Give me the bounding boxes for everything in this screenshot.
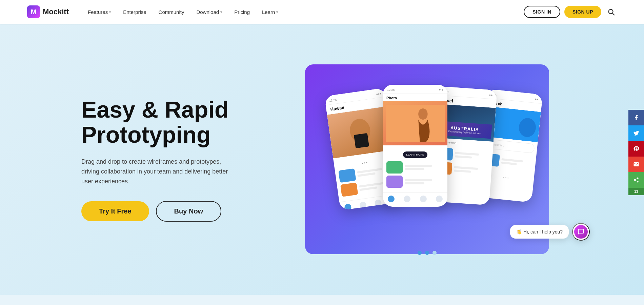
pinterest-icon	[633, 146, 639, 152]
nav-links: Features ▾ Enterprise Community Download…	[82, 6, 524, 18]
twitter-share-button[interactable]	[628, 125, 644, 141]
twitter-icon	[633, 130, 639, 136]
dot-2[interactable]	[425, 251, 429, 255]
social-sidebar: 13	[628, 110, 644, 195]
brand-name: Mockitt	[43, 7, 69, 16]
navbar: M Mockitt Features ▾ Enterprise Communit…	[0, 0, 644, 24]
svg-rect-4	[386, 105, 445, 142]
try-it-free-button[interactable]: Try It Free	[81, 201, 149, 221]
chat-widget: 👋 Hi, can I help you?	[510, 223, 590, 241]
share-count: 13	[628, 188, 644, 195]
logo-icon: M	[27, 5, 40, 18]
nav-pricing[interactable]: Pricing	[229, 6, 255, 18]
buy-now-button[interactable]: Buy Now	[156, 201, 222, 222]
more-share-button[interactable]	[628, 172, 644, 188]
email-share-button[interactable]	[628, 157, 644, 172]
phone-photo: 12:26 ♥ ♥ Photo L	[383, 85, 447, 207]
nav-learn[interactable]: Learn ▾	[257, 6, 283, 18]
hero-section: Easy & Rapid Prototyping Drag and drop t…	[0, 24, 644, 295]
hero-left: Easy & Rapid Prototyping Drag and drop t…	[81, 97, 251, 222]
hero-right: 12:26 ●●● Hawaii ● ● ●	[251, 58, 603, 261]
chevron-down-icon: ▾	[220, 10, 222, 14]
facebook-icon	[633, 115, 639, 121]
signin-button[interactable]: SIGN IN	[524, 6, 560, 18]
nav-download[interactable]: Download ▾	[191, 6, 227, 18]
search-icon	[607, 8, 615, 16]
chat-icon	[574, 225, 588, 239]
nav-right: SIGN IN SIGN UP	[524, 6, 617, 18]
dot-1[interactable]	[418, 251, 422, 255]
chevron-down-icon: ▾	[109, 10, 111, 14]
svg-line-1	[612, 13, 614, 15]
dot-3[interactable]	[432, 251, 437, 255]
nav-community[interactable]: Community	[153, 6, 190, 18]
search-button[interactable]	[605, 6, 617, 18]
hero-buttons: Try It Free Buy Now	[81, 201, 251, 222]
logo-link[interactable]: M Mockitt	[27, 5, 69, 18]
nav-features[interactable]: Features ▾	[82, 6, 116, 18]
hero-title: Easy & Rapid Prototyping	[81, 97, 251, 148]
carousel-dots	[418, 245, 437, 258]
hero-description: Drag and drop to create wireframes and p…	[81, 157, 230, 186]
facebook-share-button[interactable]	[628, 110, 644, 125]
svg-rect-3	[354, 133, 369, 148]
email-icon	[633, 161, 639, 167]
chat-bubble: 👋 Hi, can I help you?	[510, 225, 569, 239]
svg-point-5	[418, 108, 427, 120]
pinterest-share-button[interactable]	[628, 141, 644, 157]
signup-button[interactable]: SIGN UP	[564, 6, 601, 18]
share-icon	[633, 177, 639, 183]
chat-button[interactable]	[572, 223, 590, 241]
nav-enterprise[interactable]: Enterprise	[118, 6, 152, 18]
chevron-down-icon: ▾	[276, 10, 278, 14]
